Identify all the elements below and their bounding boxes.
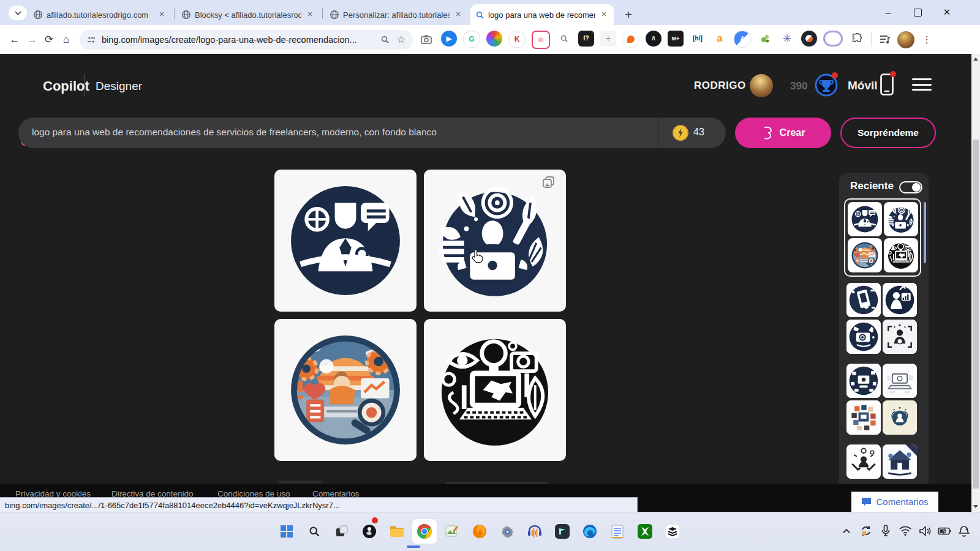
scrollbar-thumb[interactable]: [973, 140, 979, 489]
recent-thumbnail[interactable]: [884, 202, 918, 236]
bookmark-star-icon[interactable]: ☆: [397, 34, 405, 45]
recent-thumbnail[interactable]: [884, 238, 918, 272]
task-view-button[interactable]: [330, 519, 354, 544]
camera-share-icon[interactable]: [418, 31, 435, 48]
extension-code-icon[interactable]: /\: [646, 31, 662, 47]
tab-blocksy[interactable]: Blocksy < afiliado.tutorialesrod ×: [176, 4, 320, 25]
forward-button[interactable]: →: [23, 31, 40, 48]
tab-afiliado[interactable]: afiliado.tutorialesrodrigo.com ×: [28, 4, 172, 25]
recent-thumbnail[interactable]: [883, 320, 917, 354]
reload-button[interactable]: ⟳: [40, 31, 58, 48]
extension-amazon-icon[interactable]: a: [712, 31, 728, 47]
profile-avatar[interactable]: [897, 31, 914, 48]
tray-chevron-icon[interactable]: [839, 523, 854, 538]
window-minimize-button[interactable]: –: [879, 3, 897, 21]
brand-title[interactable]: Copilot: [43, 78, 89, 94]
extensions-puzzle-icon[interactable]: [849, 31, 865, 47]
extension-hsl-icon[interactable]: [h/]: [690, 31, 706, 47]
start-button[interactable]: [274, 519, 299, 544]
extension-ring-icon[interactable]: [823, 31, 843, 47]
firefox-icon[interactable]: [467, 519, 492, 544]
copy-add-icon[interactable]: [542, 176, 556, 189]
create-button[interactable]: Crear: [735, 118, 831, 148]
feedback-button[interactable]: Comentarios: [851, 492, 938, 512]
page-scrollbar[interactable]: [971, 54, 980, 512]
result-image-2[interactable]: [424, 170, 566, 312]
extension-snowflake-icon[interactable]: ✳: [779, 31, 795, 47]
extension-calc-icon[interactable]: ÷: [600, 31, 616, 47]
recent-toggle[interactable]: [899, 181, 922, 193]
recent-thumbnail[interactable]: [846, 444, 881, 479]
new-tab-button[interactable]: +: [620, 6, 637, 23]
obs-icon[interactable]: [357, 519, 382, 544]
recent-thumbnail[interactable]: [846, 364, 881, 398]
tray-sync-icon[interactable]: [859, 523, 873, 538]
xbox-icon[interactable]: [633, 519, 657, 544]
rewards-badge[interactable]: [815, 73, 838, 97]
tray-wifi-icon[interactable]: [898, 523, 913, 538]
extension-orange-icon[interactable]: [622, 31, 639, 48]
tray-volume-icon[interactable]: [918, 523, 932, 538]
zoom-page-icon[interactable]: [380, 35, 390, 44]
extension-instagram-icon[interactable]: ◎: [532, 31, 550, 49]
recent-thumbnail[interactable]: [846, 320, 881, 354]
photo-editor-icon[interactable]: [440, 519, 464, 544]
window-close-button[interactable]: ✕: [938, 3, 956, 21]
home-button[interactable]: ⌂: [58, 31, 75, 48]
extension-markdown-icon[interactable]: M+: [668, 31, 684, 47]
tab-bing-create-active[interactable]: logo para una web de recomen ×: [470, 4, 614, 25]
notepad-icon[interactable]: [605, 519, 630, 544]
recent-thumbnail[interactable]: [883, 400, 917, 435]
extension-translate-icon[interactable]: A: [734, 31, 751, 48]
scroll-up-icon[interactable]: [973, 57, 978, 61]
extension-swirl-icon[interactable]: [801, 31, 817, 47]
capcut-icon[interactable]: [660, 519, 685, 544]
window-maximize-button[interactable]: [908, 3, 927, 21]
prompt-input[interactable]: logo para una web de recomendaciones de …: [18, 118, 726, 148]
file-explorer-icon[interactable]: [385, 519, 409, 544]
extension-play-icon[interactable]: ▶: [441, 31, 457, 47]
tray-battery-icon[interactable]: [937, 523, 952, 538]
result-image-3[interactable]: [274, 319, 417, 461]
recent-thumbnail[interactable]: [848, 202, 882, 236]
edge-icon[interactable]: [578, 519, 602, 544]
tab-close-icon[interactable]: ×: [157, 10, 167, 20]
hamburger-menu-icon[interactable]: [912, 78, 932, 92]
audacity-icon[interactable]: [522, 519, 547, 544]
recent-thumbnail[interactable]: [846, 283, 881, 317]
recent-thumbnail[interactable]: [883, 283, 917, 317]
extension-font-icon[interactable]: f?: [578, 31, 594, 47]
tray-microphone-icon[interactable]: [878, 523, 893, 538]
extension-green-icon[interactable]: [757, 31, 773, 47]
surprise-button[interactable]: Sorpréndeme: [840, 118, 936, 148]
extension-magnifier-icon[interactable]: [556, 31, 572, 47]
taskbar-search-button[interactable]: [302, 519, 326, 544]
tab-personalizar[interactable]: Personalizar: afiliado.tutoriales ×: [325, 4, 468, 25]
result-image-1[interactable]: [274, 170, 417, 312]
back-button[interactable]: ←: [6, 31, 23, 48]
prompt-text[interactable]: logo para una web de recomendaciones de …: [32, 127, 437, 138]
filmora-icon[interactable]: [550, 519, 575, 544]
settings-icon[interactable]: [495, 519, 519, 544]
kebab-menu-icon[interactable]: ⋮: [918, 31, 935, 48]
mobile-button[interactable]: [880, 73, 895, 97]
url-text[interactable]: bing.com/images/create/logo-para-una-web…: [102, 35, 374, 45]
tab-close-icon[interactable]: ×: [599, 10, 609, 20]
tray-bell-icon[interactable]: z: [957, 523, 971, 538]
tab-search-button[interactable]: [9, 6, 27, 20]
recent-scrollbar[interactable]: [924, 202, 926, 263]
extension-colorwheel-icon[interactable]: [486, 31, 502, 47]
recent-thumbnail[interactable]: [848, 238, 882, 272]
recent-thumbnail[interactable]: [846, 400, 881, 435]
address-bar[interactable]: bing.com/images/create/logo-para-una-web…: [80, 30, 413, 50]
recent-thumbnail[interactable]: [883, 364, 917, 398]
result-image-4[interactable]: [424, 319, 566, 461]
recent-thumbnail[interactable]: [883, 444, 917, 479]
tab-close-icon[interactable]: ×: [305, 10, 315, 20]
app-title[interactable]: Designer: [96, 80, 142, 93]
extension-k-icon[interactable]: K: [508, 31, 526, 48]
user-avatar[interactable]: [750, 74, 773, 97]
site-info-icon[interactable]: [87, 36, 96, 44]
scroll-down-icon[interactable]: [973, 505, 978, 509]
device-label[interactable]: Móvil: [848, 79, 878, 92]
